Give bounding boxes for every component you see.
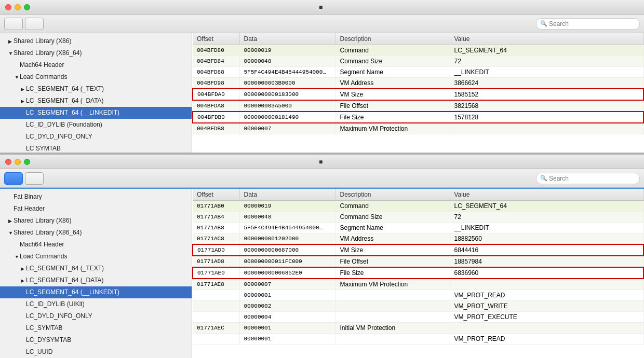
cell-value: __LINKEDIT [450, 67, 643, 78]
cell-value: LC_SEGMENT_64 [450, 45, 643, 56]
table-row[interactable]: 01771AE0000000000006852E0File Size683696… [193, 267, 643, 279]
sidebar-item-mach64-header[interactable]: Mach64 Header [0, 59, 192, 71]
cell-data: 00000004 [239, 312, 336, 323]
top-data-table: OffsetDataDescriptionValue004BFD80000000… [192, 33, 644, 153]
table-row[interactable]: 00000001VM_PROT_READ [193, 290, 643, 301]
triangle-icon: ▼ [15, 252, 20, 261]
table-row[interactable]: 01771AD00000000000687000VM Size6844416 [193, 244, 643, 256]
table-row[interactable]: 004BFDB00000000000181490File Size1578128 [193, 112, 643, 123]
toolbar-btn2-bottom[interactable] [25, 172, 44, 185]
sidebar-label: Load Commands [20, 253, 67, 260]
bottom-sidebar: Fat Binary Fat Header▶ Shared Library (X… [0, 189, 192, 358]
sidebar-item-lc-segment-linkedit[interactable]: LC_SEGMENT_64 (__LINKEDIT) [0, 286, 192, 298]
triangle-icon [8, 192, 14, 202]
sidebar-item-lc-segment-linkedit[interactable]: LC_SEGMENT_64 (__LINKEDIT) [0, 107, 192, 119]
window-icon-bottom: ■ [319, 158, 323, 166]
table-row[interactable]: 00000004VM_PROT_EXECUTE [193, 312, 643, 323]
sidebar-item-lc-symtab[interactable]: LC SYMTAB [0, 143, 192, 153]
sidebar-item-lc-dysymtab[interactable]: LC_DYSYMTAB [0, 334, 192, 346]
table-row[interactable]: 01771AB400000048Command Size72 [193, 212, 643, 223]
sidebar-label: LC_SEGMENT_64 (_TEXT) [26, 265, 104, 272]
cell-description: File Size [336, 112, 450, 123]
sidebar-item-lc-dyld-info[interactable]: LC_DYLD_INFO_ONLY [0, 310, 192, 322]
table-row[interactable]: 004BFD8000000019CommandLC_SEGMENT_64 [193, 45, 643, 56]
sidebar-item-fat-header[interactable]: Fat Header [0, 203, 192, 215]
column-header-value: Value [450, 33, 643, 45]
sidebar-label: LC_DYSYMTAB [26, 336, 71, 343]
cell-offset: 004BFD88 [193, 67, 239, 78]
close-button-bottom[interactable] [5, 159, 11, 165]
search-input-top[interactable] [536, 18, 640, 30]
cell-offset [193, 290, 239, 301]
cell-data: 00000007 [239, 123, 336, 134]
cell-data: 5F5F4C494E4B4544954000… [239, 223, 336, 233]
sidebar-label: Fat Header [14, 205, 45, 212]
triangle-icon [21, 144, 26, 153]
sidebar-item-lc-dyld-info[interactable]: LC_DYLD_INFO_ONLY [0, 131, 192, 143]
sidebar-item-lc-segment-text[interactable]: ▶ LC_SEGMENT_64 (_TEXT) [0, 83, 192, 95]
cell-value: __LINKEDIT [450, 223, 643, 233]
triangle-icon [21, 324, 26, 333]
sidebar-item-lc-symtab[interactable]: LC_SYMTAB [0, 322, 192, 334]
table-row[interactable]: 004BFDB800000007Maximum VM Protection [193, 123, 643, 134]
table-row[interactable]: 01771AB85F5F4C494E4B4544954000…Segment N… [193, 223, 643, 233]
triangle-icon: ▶ [8, 216, 14, 226]
table-row[interactable]: 004BFD980000000003B0000VM Address3866624 [193, 78, 643, 89]
cell-description: Initial VM Protection [336, 323, 450, 334]
table-row[interactable]: 004BFDA00000000000183000VM Size1585152 [193, 89, 643, 100]
triangle-icon: ▶ [8, 37, 14, 46]
toolbar-btn1-bottom[interactable] [4, 172, 23, 185]
sidebar-label: LC_SEGMENT_64 (_DATA) [26, 277, 104, 284]
search-input-bottom[interactable] [536, 173, 640, 184]
cell-offset: 004BFDB8 [193, 123, 239, 134]
table-row[interactable]: 00000002VM_PROT_WRITE [193, 301, 643, 312]
cell-data: 0000000000181490 [239, 112, 336, 123]
table-row[interactable]: 01771AD8000000000011FC000File Offset1885… [193, 256, 643, 267]
cell-data: 00000001 [239, 323, 336, 334]
cell-data: 000000003A5000 [239, 100, 336, 112]
sidebar-item-lc-segment-data[interactable]: ▶ LC_SEGMENT_64 (_DATA) [0, 95, 192, 107]
table-row[interactable]: 01771AC80000000001202000VM Address188825… [193, 233, 643, 245]
sidebar-item-shared-x86_64[interactable]: ▼ Shared Library (X86_64) [0, 47, 192, 59]
cell-value: 72 [450, 56, 643, 67]
table-row[interactable]: 004BFDA8000000003A5000File Offset3821568 [193, 100, 643, 112]
sidebar-item-lc-segment-text[interactable]: ▶ LC_SEGMENT_64 (_TEXT) [0, 263, 192, 274]
sidebar-item-load-commands[interactable]: ▼ Load Commands [0, 251, 192, 263]
cell-value: VM_PROT_WRITE [450, 301, 643, 312]
cell-offset: 01771AB4 [193, 212, 239, 223]
traffic-lights-bottom [5, 159, 30, 165]
close-button-top[interactable] [5, 4, 11, 10]
cell-value: 6836960 [450, 267, 643, 279]
cell-description: Maximum VM Protection [336, 279, 450, 290]
sidebar-item-shared-x86[interactable]: ▶ Shared Library (X86) [0, 35, 192, 47]
table-row[interactable]: 004BFD885F5F4C494E4B45444954000…Segment … [193, 67, 643, 78]
sidebar-item-lc-id-dylib[interactable]: LC_ID_DYLIB (UIKit) [0, 298, 192, 310]
sidebar-item-lc-segment-data[interactable]: ▶ LC_SEGMENT_64 (_DATA) [0, 274, 192, 286]
table-row[interactable]: 004BFD8400000048Command Size72 [193, 56, 643, 67]
table-row[interactable]: 00000001VM_PROT_READ [193, 334, 643, 345]
sidebar-item-fat-binary[interactable]: Fat Binary [0, 191, 192, 203]
toolbar-btn1-top[interactable] [4, 18, 23, 30]
minimize-button-bottom[interactable] [15, 159, 21, 165]
bottom-data-table: OffsetDataDescriptionValue01771AB0000000… [192, 189, 644, 358]
column-header-description: Description [336, 33, 450, 45]
sidebar-item-mach64-header[interactable]: Mach64 Header [0, 239, 192, 251]
top-search-wrap: 🔍 [536, 18, 640, 30]
cell-description: Command Size [336, 212, 450, 223]
minimize-button-top[interactable] [15, 4, 21, 10]
sidebar-label: LC_UUID [26, 348, 52, 355]
maximize-button-bottom[interactable] [24, 159, 30, 165]
sidebar-label: LC_SEGMENT_64 (__LINKEDIT) [26, 109, 119, 116]
sidebar-item-shared-x86[interactable]: ▶ Shared Library (X86) [0, 215, 192, 227]
sidebar-item-lc-id-dylib[interactable]: LC_ID_DYLIB (Foundation) [0, 119, 192, 131]
sidebar-item-lc-uuid[interactable]: LC_UUID [0, 346, 192, 358]
table-row[interactable]: 01771AEC00000001Initial VM Protection [193, 323, 643, 334]
sidebar-item-shared-x86_64[interactable]: ▼ Shared Library (X86_64) [0, 227, 192, 239]
table-row[interactable]: 01771AB000000019CommandLC_SEGMENT_64 [193, 201, 643, 212]
sidebar-item-load-commands[interactable]: ▼ Load Commands [0, 71, 192, 83]
triangle-icon [15, 61, 20, 70]
cell-data: 00000019 [239, 201, 336, 212]
toolbar-btn2-top[interactable] [25, 18, 44, 30]
table-row[interactable]: 01771AE800000007Maximum VM Protection [193, 279, 643, 290]
maximize-button-top[interactable] [24, 4, 30, 10]
